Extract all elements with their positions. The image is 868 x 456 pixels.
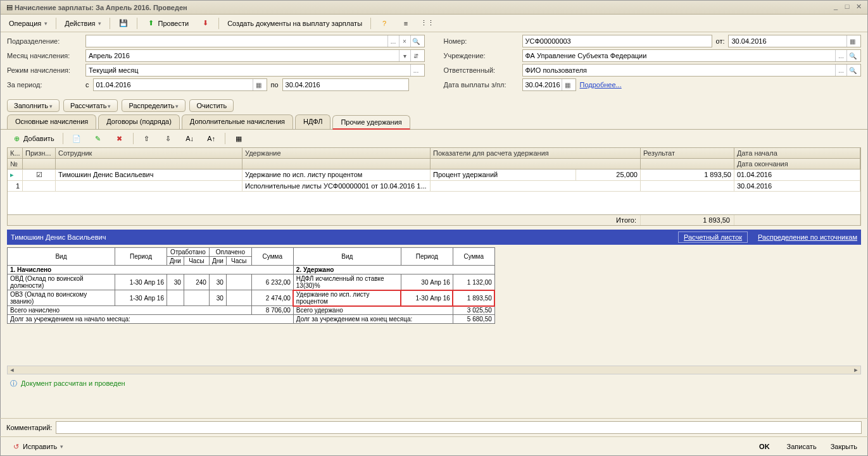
period-to-input[interactable]: 30.04.2016 <box>282 78 409 91</box>
row-check[interactable]: ☑ <box>23 169 56 180</box>
close-footer-button[interactable]: Закрыть <box>826 441 862 452</box>
edit-button[interactable]: ✎ <box>89 132 108 145</box>
org-input[interactable]: ФА Управление Субъекта Федерации...🔍 <box>522 49 862 62</box>
post-icon: ⬆ <box>146 18 156 28</box>
unpost-button[interactable]: ⬇ <box>196 16 215 30</box>
write-button[interactable]: Записать <box>783 441 821 452</box>
tool-button-1[interactable]: ≡ <box>396 16 415 30</box>
col-prizn[interactable]: Призн... <box>23 148 56 158</box>
col-k[interactable]: К... <box>8 148 23 158</box>
mode-input[interactable]: Текущий месяц... <box>85 64 425 77</box>
ph-per2: Период <box>401 248 453 266</box>
col-emp[interactable]: Сотрудник <box>56 148 242 158</box>
period-from-input[interactable]: 01.04.2016▦ <box>93 78 267 91</box>
divider <box>63 133 63 144</box>
resp-input[interactable]: ФИО пользователя...🔍 <box>522 64 862 77</box>
ok-button[interactable]: OK <box>752 441 777 452</box>
sort-asc-button[interactable]: A↓ <box>180 132 199 145</box>
copy-button[interactable]: 📄 <box>67 132 86 145</box>
calendar-icon[interactable]: ▦ <box>562 79 573 90</box>
tab-ndfl[interactable]: НДФЛ <box>295 114 330 129</box>
date-input[interactable]: 30.04.2016▦ <box>728 35 861 47</box>
close-button[interactable]: ✕ <box>853 3 864 13</box>
calc-button[interactable]: Рассчитать <box>63 99 118 112</box>
open-icon[interactable]: 🔍 <box>410 35 422 47</box>
tab-contracts[interactable]: Договоры (подряда) <box>98 114 180 129</box>
row-ind-lbl: Процент удержаний <box>431 169 576 180</box>
more-link[interactable]: Подробнее... <box>580 81 622 89</box>
tab-main[interactable]: Основные начисления <box>7 114 96 129</box>
delete-button[interactable]: ✖ <box>110 132 129 145</box>
podrazdelenie-input[interactable]: ...×🔍 <box>85 35 425 47</box>
fill-button[interactable]: Заполнить <box>7 99 60 112</box>
number-label: Номер: <box>444 37 519 45</box>
ph-period: Период <box>115 248 167 266</box>
move-down-button[interactable]: ⇩ <box>159 132 178 145</box>
table-icon: ▦ <box>234 133 244 144</box>
open-icon[interactable]: 🔍 <box>846 65 858 76</box>
total-value: 1 893,50 <box>641 215 734 225</box>
select-icon[interactable]: ... <box>387 35 399 47</box>
col-dend[interactable]: Дата окончания <box>734 159 860 169</box>
clear-button[interactable]: Очистить <box>189 99 234 112</box>
create-pay-docs-button[interactable]: Создать документы на выплату зарплаты <box>223 18 367 29</box>
table-row: ОВД (Оклад по воинской должности)1-30 Ап… <box>8 274 495 290</box>
select-icon[interactable]: ... <box>835 65 846 76</box>
select-icon[interactable]: ... <box>410 65 422 76</box>
clear-icon[interactable]: × <box>399 35 410 47</box>
row-ded2: Исполнительные листы УСФ00000001 от 10.0… <box>242 181 431 191</box>
select-icon[interactable]: ... <box>835 50 846 61</box>
open-icon[interactable]: 🔍 <box>846 50 858 61</box>
col-dstart[interactable]: Дата начала <box>734 148 860 158</box>
info-icon: ⓘ <box>8 378 18 388</box>
save-icon-button[interactable]: 💾 <box>114 16 133 30</box>
row-ded: Удержание по исп. листу процентом <box>242 169 431 180</box>
paysheet-table: Вид Период Отработано Оплачено Сумма Вид… <box>7 247 495 324</box>
paydate-input[interactable]: 30.04.2016▦ <box>522 78 576 91</box>
comment-input[interactable] <box>56 421 862 434</box>
spinner-icon[interactable]: ⇵ <box>410 50 422 61</box>
row-res: 1 893,50 <box>641 169 734 180</box>
mode-label: Режим начисления: <box>7 66 82 74</box>
col-ded[interactable]: Удержание <box>242 148 431 158</box>
row-dstart: 01.04.2016 <box>734 169 860 180</box>
paysheet-link[interactable]: Расчетный листок <box>678 231 748 243</box>
move-up-button[interactable]: ⇧ <box>137 132 156 145</box>
scroll-left-icon[interactable]: ◄ <box>8 366 16 374</box>
actions-menu[interactable]: Действия <box>60 18 106 29</box>
ph-dni2: Дни <box>209 257 226 266</box>
h-scrollbar[interactable]: ◄ ► <box>7 366 861 374</box>
calendar-icon[interactable]: ▦ <box>846 35 858 47</box>
col-ind[interactable]: Показатели для расчета удержания <box>431 148 641 158</box>
form-header: Подразделение: ...×🔍 Месяц начисления: А… <box>1 32 867 96</box>
month-input[interactable]: Апрель 2016▾⇵ <box>85 49 425 62</box>
table-settings-button[interactable]: ▦ <box>229 132 248 145</box>
fix-icon: ↺ <box>11 441 21 452</box>
dropdown-icon[interactable]: ▾ <box>399 50 410 61</box>
minimize-button[interactable]: _ <box>831 3 841 13</box>
add-row-button[interactable]: ⊕Добавить <box>7 132 59 145</box>
fix-button[interactable]: ↺Исправить <box>6 440 68 453</box>
tool-button-2[interactable]: ⋮⋮ <box>418 16 437 30</box>
number-input[interactable]: УСФ00000003 <box>522 35 712 47</box>
calendar-icon[interactable]: ▦ <box>253 79 264 90</box>
plus-icon: ⊕ <box>11 133 22 144</box>
scroll-right-icon[interactable]: ► <box>852 366 860 374</box>
by-source-link[interactable]: Распределение по источникам <box>758 233 857 241</box>
tab-add[interactable]: Дополнительные начисления <box>182 114 293 129</box>
tab-other[interactable]: Прочие удержания <box>332 115 410 130</box>
operation-menu[interactable]: Операция <box>4 18 52 29</box>
to-label: по <box>271 81 279 89</box>
maximize-button[interactable]: □ <box>842 3 852 13</box>
table-row[interactable]: 1 Исполнительные листы УСФ00000001 от 10… <box>8 181 860 192</box>
ph-sum2: Сумма <box>453 248 494 266</box>
post-button[interactable]: ⬆Провести <box>141 16 193 30</box>
table-row[interactable]: ▸ ☑ Тимошкин Денис Васильевич Удержание … <box>8 169 860 181</box>
podrazdelenie-label: Подразделение: <box>7 37 82 45</box>
help-button[interactable]: ? <box>375 16 394 30</box>
col-no[interactable]: № <box>8 159 23 169</box>
distr-button[interactable]: Распределить <box>122 99 186 112</box>
sort-desc-button[interactable]: A↑ <box>202 132 221 145</box>
period-label: За период: <box>7 81 82 89</box>
col-res[interactable]: Результат <box>641 148 734 158</box>
